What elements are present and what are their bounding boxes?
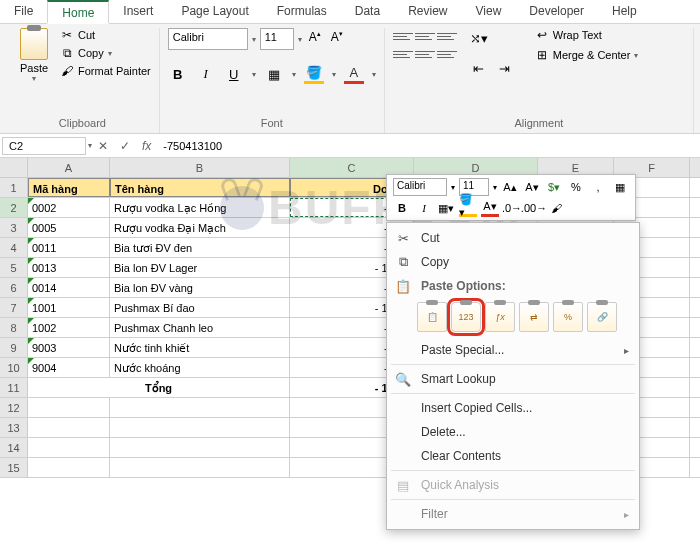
cell[interactable]: Nước tinh khiết [110, 338, 290, 357]
cell[interactable]: Bia lon ĐV vàng [110, 278, 290, 297]
tab-file[interactable]: File [0, 0, 47, 23]
row-header[interactable]: 9 [0, 338, 28, 357]
cell[interactable]: Rượu vodka Lạc Hồng [110, 198, 290, 217]
shrink-font-button[interactable]: A▾ [328, 30, 346, 48]
select-all-corner[interactable] [0, 158, 28, 177]
ctx-insert-copied[interactable]: Insert Copied Cells... [387, 396, 639, 420]
cell[interactable]: 1002 [28, 318, 110, 337]
cell[interactable] [110, 418, 290, 437]
row-header[interactable]: 5 [0, 258, 28, 277]
row-header[interactable]: 12 [0, 398, 28, 417]
ctx-copy[interactable]: ⧉Copy [387, 250, 639, 274]
formula-input[interactable]: -750413100 [157, 138, 700, 154]
mini-font-color[interactable]: A▾ [481, 199, 499, 217]
col-header-a[interactable]: A [28, 158, 110, 177]
ctx-paste-special[interactable]: Paste Special...▸ [387, 338, 639, 362]
paste-opt-all[interactable]: 📋 [417, 302, 447, 332]
mini-border[interactable]: ▦▾ [437, 199, 455, 217]
mini-fill-color[interactable]: 🪣▾ [459, 199, 477, 217]
italic-button[interactable]: I [196, 64, 216, 84]
cell[interactable]: 0013 [28, 258, 110, 277]
bold-button[interactable]: B [168, 64, 188, 84]
enter-formula-button[interactable]: ✓ [114, 139, 136, 153]
paste-opt-link[interactable]: 🔗 [587, 302, 617, 332]
increase-indent-button[interactable]: ⇥ [495, 58, 515, 78]
cell[interactable]: 0011 [28, 238, 110, 257]
row-header[interactable]: 4 [0, 238, 28, 257]
cell[interactable]: 0014 [28, 278, 110, 297]
tab-insert[interactable]: Insert [109, 0, 167, 23]
mini-italic[interactable]: I [415, 199, 433, 217]
font-size-select[interactable]: 11 [260, 28, 294, 50]
copy-button[interactable]: ⧉Copy ▾ [60, 46, 151, 60]
font-name-select[interactable]: Calibri [168, 28, 248, 50]
mini-comma-button[interactable]: , [589, 178, 607, 196]
mini-format-painter[interactable]: 🖌 [547, 199, 565, 217]
mini-dec-decimal[interactable]: .00→ [525, 199, 543, 217]
border-button[interactable]: ▦ [264, 64, 284, 84]
tab-developer[interactable]: Developer [515, 0, 598, 23]
cell[interactable]: Nước khoáng [110, 358, 290, 377]
row-header[interactable]: 1 [0, 178, 28, 197]
mini-accounting-format[interactable]: $▾ [545, 178, 563, 196]
fill-color-button[interactable]: 🪣 [304, 64, 324, 84]
mini-bold[interactable]: B [393, 199, 411, 217]
ctx-cut[interactable]: ✂Cut [387, 226, 639, 250]
decrease-indent-button[interactable]: ⇤ [469, 58, 489, 78]
align-center-button[interactable] [415, 46, 435, 62]
tab-help[interactable]: Help [598, 0, 651, 23]
grow-font-button[interactable]: A▴ [306, 30, 324, 48]
cell[interactable]: Pushmax Bí đao [110, 298, 290, 317]
paste-opt-formatting[interactable]: % [553, 302, 583, 332]
fx-icon[interactable]: fx [136, 139, 157, 153]
align-middle-button[interactable] [415, 28, 435, 44]
cell[interactable]: 0002 [28, 198, 110, 217]
cell[interactable]: 9004 [28, 358, 110, 377]
ctx-filter[interactable]: Filter▸ [387, 502, 639, 526]
tab-formulas[interactable]: Formulas [263, 0, 341, 23]
cell[interactable]: 9003 [28, 338, 110, 357]
font-color-button[interactable]: A [344, 64, 364, 84]
row-header[interactable]: 13 [0, 418, 28, 437]
underline-button[interactable]: U [224, 64, 244, 84]
cell-header[interactable]: Tên hàng [110, 178, 290, 197]
row-header[interactable]: 8 [0, 318, 28, 337]
cell[interactable]: Bia lon ĐV Lager [110, 258, 290, 277]
wrap-text-button[interactable]: ↩Wrap Text [535, 28, 639, 42]
mini-shrink-font[interactable]: A▾ [523, 178, 541, 196]
cell[interactable] [28, 398, 110, 417]
cell[interactable] [110, 438, 290, 457]
row-header[interactable]: 14 [0, 438, 28, 457]
cell[interactable] [110, 458, 290, 477]
tab-review[interactable]: Review [394, 0, 461, 23]
orientation-button[interactable]: ⤭▾ [469, 28, 489, 48]
cell[interactable]: Rượu vodka Đại Mạch [110, 218, 290, 237]
align-top-button[interactable] [393, 28, 413, 44]
cell[interactable] [110, 398, 290, 417]
mini-grow-font[interactable]: A▴ [501, 178, 519, 196]
merge-center-button[interactable]: ⊞Merge & Center ▾ [535, 48, 639, 62]
cell[interactable]: Bia tươi ĐV đen [110, 238, 290, 257]
mini-borders-button[interactable]: ▦ [611, 178, 629, 196]
row-header[interactable]: 2 [0, 198, 28, 217]
align-bottom-button[interactable] [437, 28, 457, 44]
paste-opt-transpose[interactable]: ⇄ [519, 302, 549, 332]
ctx-smart-lookup[interactable]: 🔍Smart Lookup [387, 367, 639, 391]
cell[interactable]: 0005 [28, 218, 110, 237]
row-header[interactable]: 15 [0, 458, 28, 477]
cell[interactable]: Pushmax Chanh leo [110, 318, 290, 337]
paste-opt-formulas[interactable]: ƒx [485, 302, 515, 332]
name-box[interactable]: C2 [2, 137, 86, 155]
align-left-button[interactable] [393, 46, 413, 62]
paste-button[interactable]: Paste ▾ [14, 28, 54, 83]
tab-page-layout[interactable]: Page Layout [167, 0, 262, 23]
cell[interactable] [28, 458, 110, 477]
cell-total-label[interactable]: Tổng [28, 378, 290, 397]
cut-button[interactable]: ✂Cut [60, 28, 151, 42]
mini-percent-button[interactable]: % [567, 178, 585, 196]
cell[interactable] [28, 418, 110, 437]
cell[interactable]: 1001 [28, 298, 110, 317]
ctx-clear-contents[interactable]: Clear Contents [387, 444, 639, 468]
ctx-delete[interactable]: Delete... [387, 420, 639, 444]
format-painter-button[interactable]: 🖌Format Painter [60, 64, 151, 78]
